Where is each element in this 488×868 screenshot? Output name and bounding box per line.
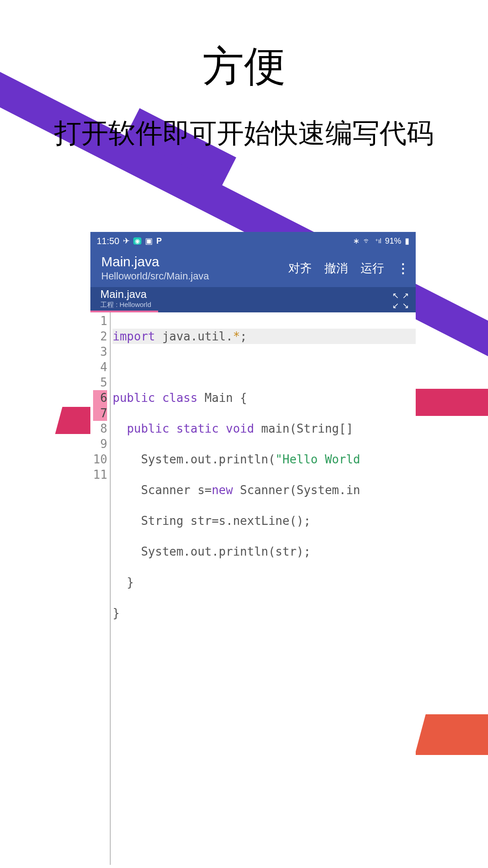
battery-percent: 91% xyxy=(385,236,401,246)
code-editor[interactable]: 1 2 3 4 5 6 7 8 9 10 11 import java.util… xyxy=(90,312,416,865)
line-number: 11 xyxy=(93,467,107,482)
line-number: 2 xyxy=(93,329,107,344)
app-bar: Main.java Helloworld/src/Main.java 对齐 撤消… xyxy=(90,250,416,287)
promo-subtitle: 打开软件即可开始快速编写代码 xyxy=(0,115,488,152)
code-line xyxy=(113,359,416,375)
align-button[interactable]: 对齐 xyxy=(288,260,312,276)
run-button[interactable]: 运行 xyxy=(361,260,384,276)
line-number: 7 xyxy=(93,406,107,421)
signal-icon: ⁺ıl xyxy=(375,238,381,244)
tab-active-indicator xyxy=(90,311,158,312)
send-icon: ✈ xyxy=(123,237,130,245)
line-number: 6 xyxy=(93,390,107,406)
code-line: } xyxy=(113,605,416,621)
code-line xyxy=(113,636,416,651)
fullscreen-icon[interactable]: ↖↗↙↘ xyxy=(391,292,409,308)
code-line: public static void main(String[] xyxy=(113,421,416,436)
code-line: String str=s.nextLine(); xyxy=(113,513,416,528)
status-bar: 11:50 ✈ ◉ ▣ P ∗ ᯤ ⁺ıl 91% ▮ xyxy=(90,232,416,250)
line-number: 8 xyxy=(93,421,107,436)
line-number: 4 xyxy=(93,359,107,375)
camera-icon: ◉ xyxy=(133,237,141,245)
line-number: 3 xyxy=(93,344,107,359)
line-number: 1 xyxy=(93,313,107,329)
decor-stripe-red-right xyxy=(408,389,488,416)
promo-title: 方便 xyxy=(0,38,488,94)
code-line: import java.util.*; xyxy=(113,329,416,344)
decor-stripe-orange xyxy=(415,714,488,755)
p-icon: P xyxy=(156,237,162,245)
tab-bar: Main.java 工程 : Helloworld ↖↗↙↘ xyxy=(90,287,416,312)
appbar-title: Main.java xyxy=(101,254,209,269)
line-number: 9 xyxy=(93,436,107,452)
undo-button[interactable]: 撤消 xyxy=(324,260,348,276)
more-menu-icon[interactable]: ⋮ xyxy=(397,261,409,276)
phone-screenshot: 11:50 ✈ ◉ ▣ P ∗ ᯤ ⁺ıl 91% ▮ Main.java He… xyxy=(90,232,416,865)
status-time: 11:50 xyxy=(97,236,119,246)
code-line: System.out.println(str); xyxy=(113,544,416,559)
code-line: public class Main { xyxy=(113,390,416,406)
tab-project-label: 工程 : Helloworld xyxy=(100,301,151,309)
tab-main-java[interactable]: Main.java 工程 : Helloworld xyxy=(97,287,155,312)
stop-icon: ▣ xyxy=(145,237,153,245)
tab-file-name: Main.java xyxy=(100,288,151,300)
line-number: 10 xyxy=(93,452,107,467)
appbar-path: Helloworld/src/Main.java xyxy=(101,270,209,282)
line-number-gutter: 1 2 3 4 5 6 7 8 9 10 11 xyxy=(90,312,111,865)
code-line: Scanner s=new Scanner(System.in xyxy=(113,482,416,498)
battery-icon: ▮ xyxy=(405,237,409,245)
line-number: 5 xyxy=(93,375,107,390)
code-area[interactable]: import java.util.*; public class Main { … xyxy=(111,312,416,865)
bluetooth-icon: ∗ xyxy=(353,237,360,245)
wifi-icon: ᯤ xyxy=(363,237,371,245)
code-line: } xyxy=(113,575,416,590)
code-line: System.out.println("Hello World xyxy=(113,452,416,467)
